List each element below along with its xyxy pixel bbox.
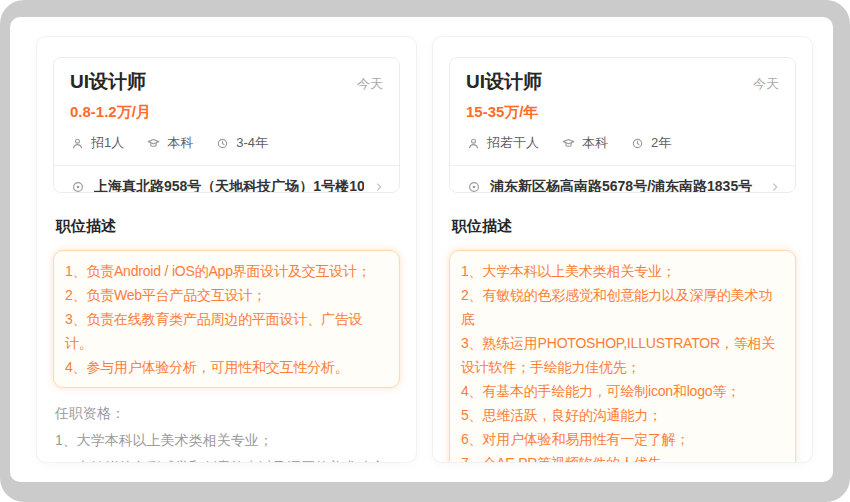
job-summary-card[interactable]: UI设计师 今天 0.8-1.2万/月 招1人 本科 [53,57,400,193]
highlighted-description-box: 1、大学本科以上美术类相关专业； 2、有敏锐的色彩感觉和创意能力以及深厚的美术功… [449,250,796,463]
location-pin-icon [70,179,86,193]
section-title-description: 职位描述 [452,217,796,236]
job-panel-left: UI设计师 今天 0.8-1.2万/月 招1人 本科 [36,36,417,463]
job-summary-card[interactable]: UI设计师 今天 15-35万/年 招若干人 本科 [449,57,796,193]
highlight-item: 6、对用户体验和易用性有一定了解； [461,427,784,451]
chevron-right-icon [768,180,782,193]
posted-date: 今天 [357,75,383,93]
experience-label: 2年 [651,134,671,152]
highlight-item: 4、有基本的手绘能力，可绘制icon和logo等； [461,379,784,403]
requirements-heading: 任职资格： [55,400,400,427]
location-pin-icon [466,179,482,193]
title-row: UI设计师 今天 [70,71,383,93]
headcount-label: 招1人 [91,134,124,152]
job-address: 上海真北路958号（天地科技广场）1号楼10B [94,178,364,193]
headcount-label: 招若干人 [487,134,539,152]
meta-row: 招若干人 本科 2年 [466,134,779,152]
highlighted-description-box: 1、负责Android / iOS的App界面设计及交互设计； 2、负责Web平… [53,250,400,388]
chevron-right-icon [372,180,386,193]
experience-icon [630,136,645,151]
salary-range: 15-35万/年 [466,103,779,122]
job-panel-right: UI设计师 今天 15-35万/年 招若干人 本科 [432,36,813,463]
posted-date: 今天 [753,75,779,93]
education-meta: 本科 [146,134,193,152]
person-icon [466,136,481,151]
requirements-section: 任职资格： 1、大学本科以上美术类相关专业； 2、有敏锐的色彩感觉和创意能力以及… [53,400,400,463]
highlight-item: 1、负责Android / iOS的App界面设计及交互设计； [65,259,388,283]
experience-meta: 3-4年 [215,134,268,152]
highlight-item: 1、大学本科以上美术类相关专业； [461,259,784,283]
education-meta: 本科 [561,134,608,152]
salary-range: 0.8-1.2万/月 [70,103,383,122]
headcount-meta: 招1人 [70,134,124,152]
job-address: 浦东新区杨高南路5678号/浦东南路1835号 [490,178,760,193]
highlight-item: 2、负责Web平台产品交互设计； [65,283,388,307]
section-title-description: 职位描述 [56,217,400,236]
education-icon [146,136,161,151]
education-icon [561,136,576,151]
highlight-item: 2、有敏锐的色彩感觉和创意能力以及深厚的美术功底 [461,283,784,331]
experience-icon [215,136,230,151]
page-background: UI设计师 今天 0.8-1.2万/月 招1人 本科 [10,17,833,482]
location-row[interactable]: 浦东新区杨高南路5678号/浦东南路1835号 [450,166,795,193]
requirement-item: 1、大学本科以上美术类相关专业； [55,427,400,454]
title-row: UI设计师 今天 [466,71,779,93]
person-icon [70,136,85,151]
window-frame: UI设计师 今天 0.8-1.2万/月 招1人 本科 [0,0,850,502]
screenshot-canvas: UI设计师 今天 0.8-1.2万/月 招1人 本科 [0,0,850,502]
job-card-top: UI设计师 今天 15-35万/年 招若干人 本科 [450,58,795,152]
requirement-item: 2、有敏锐的色彩感觉和创意能力以及深厚的美术功底； [55,454,400,463]
highlight-item: 3、负责在线教育类产品周边的平面设计、广告设计。 [65,307,388,355]
highlight-item: 5、思维活跃，良好的沟通能力； [461,403,784,427]
headcount-meta: 招若干人 [466,134,539,152]
experience-label: 3-4年 [236,134,268,152]
job-title: UI设计师 [466,71,542,93]
job-card-top: UI设计师 今天 0.8-1.2万/月 招1人 本科 [54,58,399,152]
location-row[interactable]: 上海真北路958号（天地科技广场）1号楼10B [54,166,399,193]
meta-row: 招1人 本科 3-4年 [70,134,383,152]
highlight-item: 7、会AE PR等视频软件的人优先。 [461,451,784,463]
experience-meta: 2年 [630,134,671,152]
education-label: 本科 [582,134,608,152]
highlight-item: 4、参与用户体验分析，可用性和交互性分析。 [65,355,388,379]
highlight-item: 3、熟练运用PHOTOSHOP,ILLUSTRATOR，等相关设计软件；手绘能力… [461,331,784,379]
education-label: 本科 [167,134,193,152]
job-title: UI设计师 [70,71,146,93]
